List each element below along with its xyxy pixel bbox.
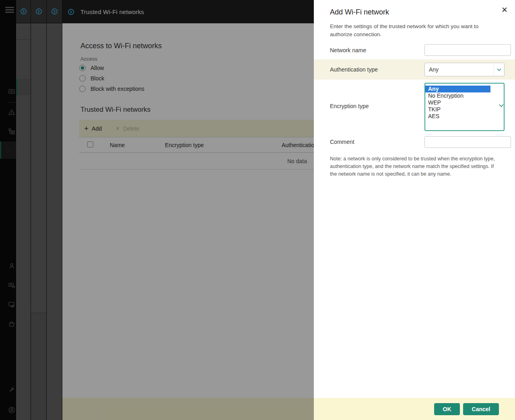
encryption-option[interactable]: AES [425, 113, 504, 120]
encryption-type-listbox[interactable]: AnyNo EncryptionWEPTKIPAES [424, 83, 505, 131]
authentication-type-label: Authentication type [330, 66, 378, 73]
encryption-option[interactable]: WEP [425, 99, 504, 106]
modal-scrim [0, 0, 314, 420]
close-icon[interactable]: ✕ [501, 6, 508, 14]
panel-title: Add Wi-Fi network [330, 8, 389, 16]
add-wifi-network-panel: Add Wi-Fi network ✕ Enter the settings o… [314, 0, 515, 420]
network-name-input[interactable] [424, 44, 511, 56]
encryption-type-label: Encryption type [330, 103, 369, 109]
network-name-label: Network name [330, 47, 366, 53]
chevron-down-icon [497, 68, 501, 71]
panel-note: Note: a network is only considered to be… [330, 155, 499, 178]
ok-button[interactable]: OK [434, 403, 460, 415]
cancel-button[interactable]: Cancel [463, 403, 499, 415]
encryption-option[interactable]: No Encryption [425, 92, 504, 99]
comment-label: Comment [330, 139, 354, 145]
authentication-type-select[interactable]: Any [424, 63, 505, 76]
encryption-option[interactable]: Any [425, 86, 490, 92]
encryption-option[interactable]: TKIP [425, 106, 504, 113]
comment-input[interactable] [424, 136, 511, 148]
panel-footer: OK Cancel [314, 398, 515, 420]
chevron-down-icon [499, 104, 504, 107]
panel-description: Enter the settings of the trusted networ… [330, 23, 496, 38]
